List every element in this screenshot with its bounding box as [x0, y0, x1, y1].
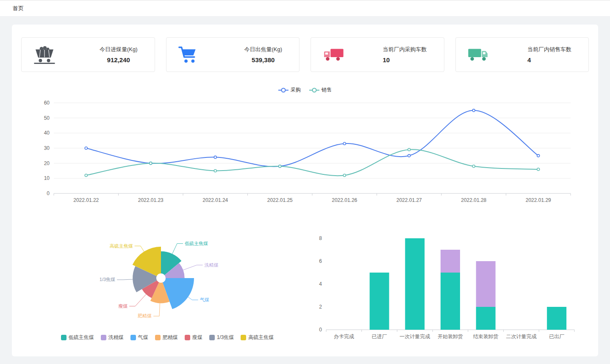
data-point	[408, 149, 410, 151]
x-axis-label: 2022.01.26	[332, 197, 357, 203]
legend-swatch-icon	[101, 335, 106, 340]
pie-chart-legend: 低硫主焦煤洗精煤气煤肥精煤瘦煤1/3焦煤高硫主焦煤	[61, 334, 274, 341]
pie-legend-item-6[interactable]: 高硫主焦煤	[241, 334, 274, 341]
legend-label: 高硫主焦煤	[248, 334, 274, 341]
data-point	[279, 165, 281, 168]
y-axis-label: 50	[44, 115, 50, 121]
stat-label: 今日出焦量(Kg)	[244, 46, 282, 53]
pie-legend-item-1[interactable]: 洗精煤	[101, 334, 124, 341]
pie-slice-label: 低硫主焦煤	[185, 241, 208, 246]
stat-card-coke-output: 今日出焦量(Kg) 539,380	[166, 37, 300, 72]
data-point	[537, 154, 540, 157]
x-axis-label: 2022.01.25	[267, 197, 293, 203]
y-axis-label: 30	[44, 145, 50, 151]
y-axis-label: 0	[319, 327, 322, 333]
legend-label: 肥精煤	[163, 334, 178, 341]
truck-inbound-icon	[322, 46, 345, 63]
bar-segment-0[interactable]	[547, 307, 566, 330]
coal-type-rose-chart: 低硫主焦煤洗精煤气煤肥精煤瘦煤1/3焦煤高硫主焦煤	[28, 225, 307, 330]
pie-label-line	[188, 297, 198, 300]
x-axis-label: 已出厂	[549, 334, 564, 339]
pie-slice-label: 瘦煤	[118, 303, 128, 309]
pie-label-line	[117, 279, 133, 280]
pie-label-line	[153, 303, 160, 316]
x-axis-label: 结束装卸货	[473, 334, 499, 339]
data-point	[472, 109, 475, 112]
data-point	[408, 154, 410, 157]
bar-segment-0[interactable]	[441, 273, 460, 330]
legend-label: 瘦煤	[192, 334, 202, 341]
bar-segment-0[interactable]	[476, 307, 496, 330]
pie-legend-item-0[interactable]: 低硫主焦煤	[61, 334, 94, 341]
data-point	[214, 156, 216, 158]
x-axis-label: 开始装卸货	[438, 334, 463, 339]
legend-swatch-icon	[209, 335, 215, 340]
pie-label-line	[129, 294, 146, 306]
line-chart-legend: 采购销售	[12, 86, 598, 94]
legend-label: 洗精煤	[108, 334, 124, 341]
pie-legend-item-5[interactable]: 1/3焦煤	[209, 334, 234, 341]
legend-swatch-icon	[61, 335, 67, 340]
x-axis-label: 2022.01.27	[396, 197, 422, 203]
data-point	[214, 170, 216, 172]
pie-legend-item-2[interactable]: 气煤	[130, 334, 148, 341]
y-axis-label: 60	[44, 100, 50, 106]
stat-value: 912,240	[100, 56, 138, 63]
y-axis-label: 40	[44, 130, 50, 136]
x-axis-label: 已进厂	[372, 334, 387, 339]
legend-label: 气煤	[138, 334, 148, 341]
bottom-charts-row: 低硫主焦煤洗精煤气煤肥精煤瘦煤1/3焦煤高硫主焦煤 低硫主焦煤洗精煤气煤肥精煤瘦…	[12, 225, 598, 346]
y-axis-label: 20	[44, 160, 50, 166]
legend-item-0[interactable]: 采购	[278, 86, 301, 94]
bar-segment-0[interactable]	[370, 273, 389, 330]
x-axis-label: 2022.01.29	[526, 197, 551, 203]
pie-legend-item-4[interactable]: 瘦煤	[185, 334, 202, 341]
legend-swatch-icon	[130, 335, 136, 340]
stat-label: 今日进煤量(Kg)	[100, 46, 138, 53]
y-axis-label: 2	[319, 304, 322, 310]
bar-segment-1[interactable]	[441, 250, 460, 273]
pie-label-line	[183, 265, 202, 270]
dashboard-panel: 今日进煤量(Kg) 912,240 今日出焦量(Kg) 539,380	[12, 25, 598, 356]
purchase-sales-line-chart: 01020304050602022.01.222022.01.232022.01…	[28, 95, 582, 210]
y-axis-label: 10	[44, 175, 50, 181]
legend-label: 销售	[322, 86, 332, 94]
pie-legend-item-3[interactable]: 肥精煤	[155, 334, 178, 341]
legend-label: 1/3焦煤	[217, 334, 234, 341]
truck-outbound-icon	[467, 46, 490, 63]
pie-slice-label: 气煤	[200, 297, 209, 302]
bar-segment-0[interactable]	[405, 238, 424, 330]
y-axis-label: 6	[319, 258, 322, 264]
pie-slice-2[interactable]	[163, 278, 194, 309]
data-point	[472, 165, 475, 168]
legend-marker-icon	[309, 90, 319, 91]
stat-card-purchase-trucks: 当前厂内采购车数 10	[311, 37, 444, 72]
stat-label: 当前厂内销售车数	[527, 46, 571, 53]
data-point	[343, 174, 346, 176]
stat-value: 10	[383, 56, 427, 63]
stat-card-coal-intake: 今日进煤量(Kg) 912,240	[21, 37, 155, 72]
bar-segment-1[interactable]	[476, 261, 496, 307]
pie-slice-label: 肥精煤	[138, 313, 152, 318]
mine-cart-icon	[33, 45, 56, 64]
y-axis-label: 8	[319, 235, 322, 241]
y-axis-label: 0	[47, 190, 50, 196]
data-point	[343, 142, 346, 145]
x-axis-label: 2022.01.24	[202, 197, 228, 203]
breadcrumb-home[interactable]: 首页	[13, 5, 24, 12]
legend-marker-icon	[278, 90, 288, 91]
legend-swatch-icon	[241, 335, 246, 340]
x-axis-label: 2022.01.28	[461, 197, 486, 203]
pie-label-line	[135, 246, 144, 251]
stat-label: 当前厂内采购车数	[383, 46, 427, 53]
data-point	[85, 147, 87, 149]
legend-item-1[interactable]: 销售	[309, 86, 332, 94]
legend-label: 低硫主焦煤	[69, 334, 94, 341]
shopping-cart-icon	[177, 45, 197, 64]
pie-label-line	[172, 243, 183, 254]
top-navigation-bar: 首页	[0, 0, 610, 16]
purchase-sales-trend-section: 采购销售 01020304050602022.01.222022.01.2320…	[12, 86, 598, 210]
stats-row: 今日进煤量(Kg) 912,240 今日出焦量(Kg) 539,380	[12, 34, 598, 72]
series-line-0	[86, 110, 538, 167]
legend-label: 采购	[291, 86, 301, 94]
